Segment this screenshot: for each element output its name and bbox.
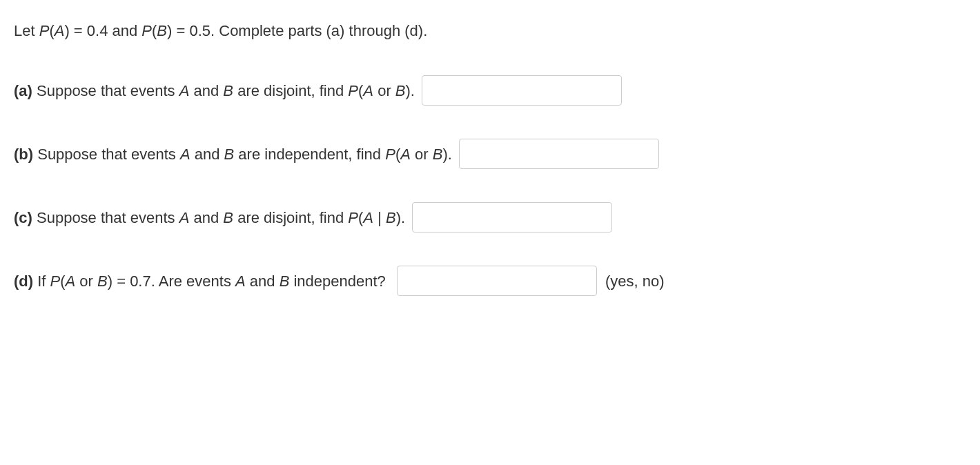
part-c-B: B: [223, 206, 233, 229]
part-d-B2: B: [280, 270, 290, 293]
part-c-A: A: [179, 206, 190, 229]
part-a-B: B: [223, 79, 233, 102]
part-d-eq: = 0.7. Are events: [112, 270, 235, 293]
part-b-label: (b): [14, 143, 33, 166]
part-a-t2: and: [189, 79, 223, 102]
part-b-t1: Suppose that events: [33, 143, 180, 166]
part-c-input[interactable]: [412, 202, 612, 232]
part-a-A: A: [179, 79, 190, 102]
part-c-pc: ).: [396, 206, 405, 229]
part-b-P: P: [385, 143, 395, 166]
part-b-A: A: [180, 143, 190, 166]
part-a-label: (a): [14, 79, 32, 102]
part-a-P: P: [348, 79, 358, 102]
part-a-BB: B: [395, 79, 406, 102]
part-a-pc: ).: [406, 79, 415, 102]
part-d-or: or: [75, 270, 97, 293]
part-d-A2: A: [235, 270, 246, 293]
intro-eq1: = 0.4 and: [70, 19, 142, 42]
part-b-pc: ).: [442, 143, 451, 166]
part-a-t3: are disjoint, find: [233, 79, 348, 102]
part-b-t3: are independent, find: [234, 143, 385, 166]
intro-eq2: = 0.5. Complete parts (a) through (d).: [172, 19, 427, 42]
part-b: (b) Suppose that events A and B are inde…: [14, 139, 966, 169]
part-a-input[interactable]: [422, 75, 622, 106]
intro-a: A: [55, 19, 65, 42]
part-c-bar: |: [373, 206, 386, 229]
part-d-AA: A: [66, 270, 76, 293]
part-b-BB: B: [433, 143, 443, 166]
part-d-hint: (yes, no): [601, 270, 665, 293]
part-a: (a) Suppose that events A and B are disj…: [14, 75, 966, 106]
part-d-t1: If: [33, 270, 50, 293]
part-d: (d) If P ( A or B ) = 0.7. Are events A …: [14, 266, 966, 296]
part-d-BB: B: [97, 270, 108, 293]
part-c-t3: are disjoint, find: [233, 206, 348, 229]
part-d-label: (d): [14, 270, 33, 293]
part-c-label: (c): [14, 206, 32, 229]
intro-paren-ac: ): [64, 19, 69, 42]
part-b-t2: and: [190, 143, 224, 166]
part-d-po: (: [60, 270, 65, 293]
part-a-t1: Suppose that events: [32, 79, 179, 102]
part-b-B: B: [224, 143, 235, 166]
part-a-AA: A: [363, 79, 373, 102]
part-c-P: P: [348, 206, 358, 229]
intro-b: B: [157, 19, 167, 42]
part-b-or: or: [411, 143, 433, 166]
intro-pa: P: [39, 19, 50, 42]
intro-pb: P: [141, 19, 152, 42]
part-d-t3: independent?: [289, 270, 390, 293]
intro-paren-b: (: [152, 19, 157, 42]
intro-text: Let P ( A ) = 0.4 and P ( B ) = 0.5. Com…: [14, 19, 966, 42]
part-a-or: or: [373, 79, 395, 102]
intro-paren-a: (: [49, 19, 54, 42]
part-b-input[interactable]: [459, 139, 659, 169]
intro-paren-bc: ): [167, 19, 172, 42]
part-d-input[interactable]: [397, 266, 597, 296]
intro-t1: Let: [14, 19, 39, 42]
part-c-t1: Suppose that events: [32, 206, 179, 229]
part-b-AA: A: [400, 143, 411, 166]
part-c-AA: A: [363, 206, 373, 229]
part-c-BB: B: [386, 206, 396, 229]
part-d-P: P: [50, 270, 61, 293]
part-d-t2: and: [246, 270, 280, 293]
part-c: (c) Suppose that events A and B are disj…: [14, 202, 966, 232]
part-c-t2: and: [189, 206, 223, 229]
part-d-pc: ): [108, 270, 112, 293]
